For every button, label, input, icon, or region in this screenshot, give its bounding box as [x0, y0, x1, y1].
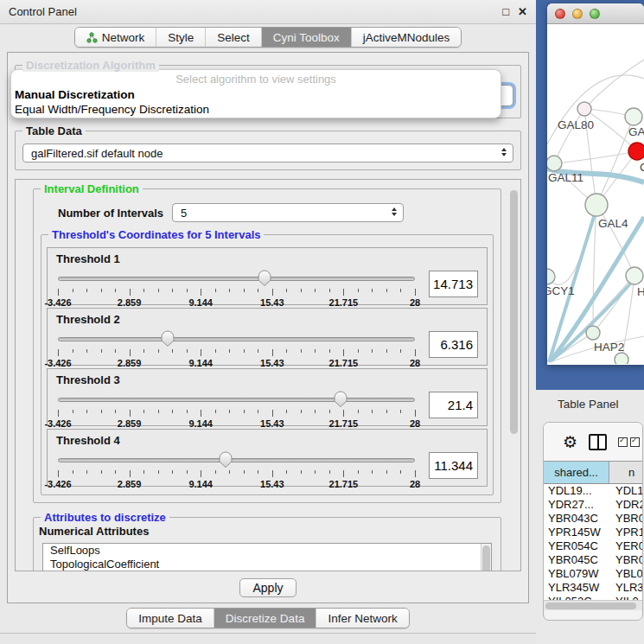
- node-node-h[interactable]: [626, 267, 643, 284]
- threshold-value-field[interactable]: 11.344: [429, 452, 478, 479]
- table-data-group: Table Data galFiltered.sif default node: [15, 131, 521, 170]
- numerical-attributes-list[interactable]: SelfLoopsTopologicalCoefficientBetweenne…: [42, 543, 492, 571]
- tick-mark: [130, 470, 131, 477]
- threshold-slider-4[interactable]: -3.4262.8599.14415.4321.71528: [56, 449, 417, 494]
- tab-jactivemnodules[interactable]: jActiveMNodules: [352, 28, 462, 47]
- tick-mark: [329, 470, 330, 474]
- network-canvas[interactable]: GAL80GACGAL11GAL4GCY1HHAP2: [547, 24, 644, 364]
- table-row[interactable]: YDL19...YDL1: [544, 484, 642, 498]
- tab-style[interactable]: Style: [156, 28, 206, 47]
- table-row[interactable]: YDR27...YDR2: [544, 498, 642, 512]
- minimize-yellow-icon[interactable]: [572, 9, 583, 19]
- network-view-window: GAL80GACGAL11GAL4GCY1HHAP2: [547, 3, 644, 365]
- tab-network[interactable]: Network: [75, 28, 157, 47]
- tick-mark: [58, 470, 59, 477]
- close-red-icon[interactable]: [555, 9, 565, 19]
- tab-label: Style: [168, 31, 194, 44]
- network-window-titlebar[interactable]: [547, 3, 644, 24]
- tick-mark: [158, 289, 159, 292]
- node-GAL80[interactable]: [577, 102, 591, 116]
- tick-mark: [301, 470, 302, 474]
- number-of-intervals-combobox[interactable]: 5: [172, 203, 404, 222]
- threshold-slider-1[interactable]: -3.4262.8599.14415.4321.71528: [56, 267, 417, 312]
- scale-label: 9.144: [188, 297, 213, 308]
- tab-impute-data[interactable]: Impute Data: [127, 609, 214, 628]
- option-manual-discretization[interactable]: Manual Discretization: [11, 87, 501, 102]
- tick-mark: [115, 470, 116, 474]
- tick-mark: [158, 470, 159, 474]
- slider-handle[interactable]: [257, 270, 271, 287]
- tab-cyni-toolbox[interactable]: Cyni Toolbox: [262, 28, 352, 47]
- node-node-red[interactable]: [628, 143, 644, 160]
- tick-mark: [329, 289, 330, 292]
- table-row[interactable]: YBR043CYBR0: [544, 512, 642, 526]
- float-window-icon[interactable]: □: [502, 6, 509, 17]
- tick-mark: [244, 410, 245, 413]
- threshold-label: Threshold 2: [56, 313, 478, 326]
- tab-label: Network: [102, 31, 145, 44]
- table-data-combobox[interactable]: galFiltered.sif default node: [22, 143, 513, 163]
- cell-name: YDL1: [609, 484, 642, 498]
- slider-handle[interactable]: [334, 391, 348, 408]
- threshold-slider-2[interactable]: -3.4262.8599.14415.4321.71528: [56, 328, 417, 373]
- tick-mark: [86, 289, 87, 292]
- threshold-value-field[interactable]: 14.713: [429, 271, 478, 297]
- control-panel: Control Panel □ ✕ Network Sty: [0, 0, 536, 634]
- node-node-bottom[interactable]: [615, 353, 628, 364]
- horizontal-scrollbar[interactable]: [544, 600, 642, 610]
- tick-mark: [229, 349, 230, 353]
- node-HAP2[interactable]: [586, 326, 600, 340]
- node-table: shared... n YDL19...YDL1YDR27...YDR2YBR0…: [544, 461, 642, 610]
- table-row[interactable]: YBR045CYBR0: [544, 553, 642, 567]
- tab-infer-network[interactable]: Infer Network: [316, 609, 408, 628]
- node-GAL4[interactable]: [585, 194, 608, 216]
- scale-label: 21.715: [329, 297, 359, 308]
- table-row[interactable]: YER054CYER0: [544, 539, 642, 553]
- tab-discretize-data[interactable]: Discretize Data: [214, 609, 317, 628]
- table-row[interactable]: YBL079WYBL0: [544, 567, 642, 581]
- node-label-node-red: C: [640, 161, 644, 174]
- checkbox-icon[interactable]: [618, 437, 628, 447]
- attribute-list-item[interactable]: TopologicalCoefficient: [43, 558, 491, 571]
- table-header-row: shared... n: [544, 462, 642, 484]
- checkbox-icon[interactable]: [630, 437, 640, 447]
- scale-label: 2.859: [118, 297, 142, 308]
- tab-select[interactable]: Select: [206, 28, 262, 47]
- list-scrollbar-thumb[interactable]: [482, 545, 490, 571]
- option-equal-width-frequency[interactable]: Equal Width/Frequency Discretization: [11, 102, 501, 117]
- slider-handle[interactable]: [218, 451, 233, 469]
- tick-mark: [101, 470, 102, 474]
- vertical-scrollbar-thumb[interactable]: [510, 190, 518, 434]
- node-GCY1[interactable]: [547, 269, 555, 284]
- threshold-value-field[interactable]: 6.316: [429, 331, 478, 358]
- columns-icon[interactable]: [589, 434, 607, 450]
- tick-mark: [172, 349, 173, 353]
- tick-mark: [415, 470, 416, 477]
- horizontal-scrollbar-thumb[interactable]: [545, 603, 636, 609]
- column-header-shared-name[interactable]: shared...: [544, 462, 609, 483]
- number-of-intervals-label: Number of Intervals: [58, 207, 163, 220]
- tick-mark: [343, 470, 344, 477]
- close-icon[interactable]: ✕: [518, 6, 527, 17]
- tick-mark: [115, 289, 116, 292]
- stepper-up-icon: [392, 207, 397, 211]
- threshold-slider-3[interactable]: -3.4262.8599.14415.4321.71528: [56, 388, 417, 433]
- scale-label: 28: [410, 358, 420, 368]
- attribute-list-item[interactable]: SelfLoops: [43, 544, 491, 558]
- column-header-name[interactable]: n: [609, 462, 642, 483]
- cell-shared-name: YDL19...: [544, 484, 609, 498]
- slider-handle[interactable]: [161, 330, 175, 348]
- threshold-label: Threshold 1: [56, 252, 478, 265]
- table-row[interactable]: YLR345WYLR3: [544, 581, 642, 595]
- zoom-green-icon[interactable]: [590, 9, 600, 19]
- apply-button[interactable]: Apply: [239, 578, 296, 597]
- scale-label: 15.43: [260, 358, 284, 368]
- node-node-top-right[interactable]: [625, 108, 642, 125]
- node-GAL11[interactable]: [547, 156, 562, 171]
- threshold-value-field[interactable]: 21.4: [429, 392, 478, 418]
- tick-mark: [301, 410, 302, 413]
- table-row[interactable]: YPR145WYPR1: [544, 526, 642, 539]
- gear-icon[interactable]: ⚙: [563, 434, 577, 450]
- list-scrollbar[interactable]: [481, 544, 491, 571]
- tick-mark: [400, 410, 401, 413]
